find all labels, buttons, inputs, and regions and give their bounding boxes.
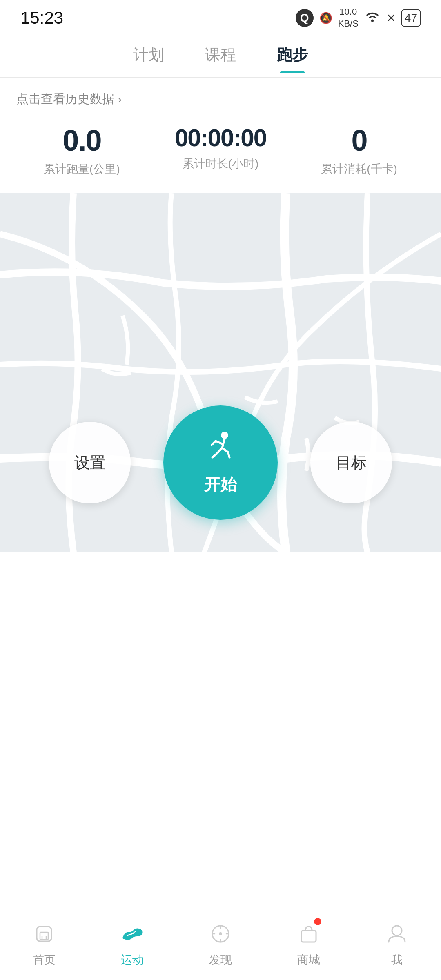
home-icon <box>30 920 58 948</box>
svg-point-0 <box>371 20 374 22</box>
tab-plan[interactable]: 计划 <box>133 45 164 74</box>
nav-label-me: 我 <box>391 952 403 968</box>
wifi-icon <box>364 10 381 26</box>
svg-point-2 <box>221 432 228 439</box>
sport-icon <box>118 920 147 948</box>
me-icon <box>383 920 411 948</box>
svg-rect-7 <box>301 931 316 942</box>
network-speed: 10.0KB/S <box>338 6 359 29</box>
x-signal-icon: ✕ <box>386 11 396 25</box>
calories-label: 累计消耗(千卡) <box>321 161 397 177</box>
chevron-right-icon: › <box>118 92 122 106</box>
duration-value: 00:00:00 <box>175 124 266 152</box>
shop-icon <box>294 920 323 948</box>
stat-calories: 0 累计消耗(千卡) <box>321 124 397 177</box>
nav-label-shop: 商城 <box>297 952 320 968</box>
bottom-nav: 首页 运动 发现 <box>0 906 441 980</box>
history-link-text: 点击查看历史数据 <box>16 91 114 107</box>
settings-label: 设置 <box>74 452 105 473</box>
q-app-icon: Q <box>296 9 314 27</box>
distance-value: 0.0 <box>62 124 101 157</box>
nav-item-home[interactable]: 首页 <box>30 920 58 968</box>
status-time: 15:23 <box>20 8 63 28</box>
settings-button[interactable]: 设置 <box>49 422 131 503</box>
calories-value: 0 <box>352 124 367 157</box>
nav-item-sport[interactable]: 运动 <box>118 920 147 968</box>
distance-label: 累计跑量(公里) <box>44 161 120 177</box>
start-label: 开始 <box>204 473 237 496</box>
nav-label-home: 首页 <box>33 952 56 968</box>
mute-icon: 🔕 <box>319 12 332 24</box>
map-view: 设置 开始 目标 <box>0 193 441 552</box>
tab-running[interactable]: 跑步 <box>277 45 308 74</box>
nav-item-shop[interactable]: 商城 <box>294 920 323 968</box>
top-tab-bar: 计划 课程 跑步 <box>0 33 441 78</box>
tab-course[interactable]: 课程 <box>205 45 236 74</box>
run-icon <box>204 430 237 470</box>
battery-indicator: 47 <box>401 9 421 27</box>
svg-point-6 <box>219 932 222 935</box>
stat-duration: 00:00:00 累计时长(小时) <box>175 124 266 172</box>
target-label: 目标 <box>336 452 367 473</box>
shop-badge <box>314 918 321 925</box>
svg-point-8 <box>392 926 402 935</box>
nav-item-me[interactable]: 我 <box>383 920 411 968</box>
nav-label-discover: 发现 <box>209 952 232 968</box>
duration-label: 累计时长(小时) <box>183 156 259 172</box>
target-button[interactable]: 目标 <box>310 422 392 503</box>
nav-item-discover[interactable]: 发现 <box>206 920 235 968</box>
status-bar: 15:23 Q 🔕 10.0KB/S ✕ 47 <box>0 0 441 33</box>
svg-rect-4 <box>40 932 48 940</box>
start-button[interactable]: 开始 <box>163 405 278 520</box>
nav-label-sport: 运动 <box>121 952 144 968</box>
discover-icon <box>206 920 235 948</box>
status-icons: Q 🔕 10.0KB/S ✕ 47 <box>296 6 421 29</box>
stat-distance: 0.0 累计跑量(公里) <box>44 124 120 177</box>
map-controls: 设置 开始 目标 <box>0 405 441 520</box>
stats-row: 0.0 累计跑量(公里) 00:00:00 累计时长(小时) 0 累计消耗(千卡… <box>0 116 441 193</box>
svg-rect-3 <box>37 927 51 941</box>
history-link[interactable]: 点击查看历史数据 › <box>0 78 441 116</box>
